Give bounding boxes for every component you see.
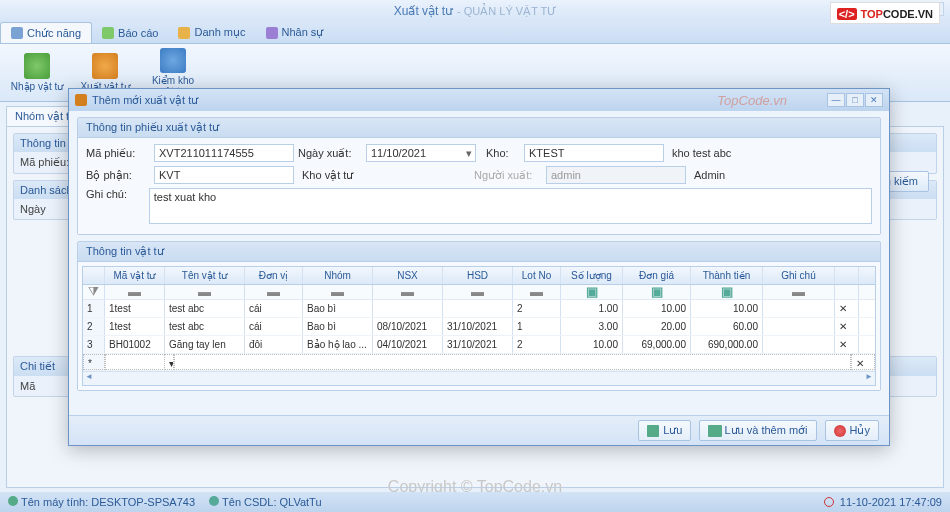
filter-icon[interactable]: ⧩ bbox=[83, 285, 105, 299]
dialog-title-text: Thêm mới xuất vật tư bbox=[92, 94, 198, 107]
status-machine: DESKTOP-SPSA743 bbox=[91, 496, 195, 508]
dialog-footer: Lưu Lưu và thêm mới Hủy bbox=[69, 415, 889, 445]
dialog-icon bbox=[75, 94, 87, 106]
grid-new-row[interactable]: * ▾ ✕ bbox=[83, 354, 875, 371]
col-thanhtien[interactable]: Thành tiền bbox=[691, 267, 763, 284]
topcode-logo: </> TOPCODE.VN bbox=[830, 2, 940, 24]
col-mavattu[interactable]: Mã vật tư bbox=[105, 267, 165, 284]
watermark-topcode: TopCode.vn bbox=[717, 93, 787, 108]
catalog-icon bbox=[178, 27, 190, 39]
col-nsx[interactable]: NSX bbox=[373, 267, 443, 284]
col-nhom[interactable]: Nhóm bbox=[303, 267, 373, 284]
export-icon bbox=[92, 53, 118, 79]
import-icon bbox=[24, 53, 50, 79]
grid-hscrollbar[interactable] bbox=[83, 371, 875, 385]
input-ghichu[interactable]: test xuat kho bbox=[149, 188, 872, 224]
group-phieu-header: Thông tin phiếu xuất vật tư bbox=[78, 118, 880, 138]
table-row[interactable]: 11testtest abccáiBao bì21.0010.0010.00✕ bbox=[83, 300, 875, 318]
lbl-maphieu: Mã phiếu: bbox=[86, 147, 150, 160]
cancel-button[interactable]: Hủy bbox=[825, 420, 879, 441]
delete-row-icon[interactable]: ✕ bbox=[835, 300, 859, 317]
delete-row-icon[interactable]: ✕ bbox=[851, 354, 875, 370]
save-icon bbox=[647, 425, 659, 437]
group-phieu: Thông tin phiếu xuất vật tư Mã phiếu: Ng… bbox=[77, 117, 881, 235]
lbl-ghichu: Ghi chú: bbox=[86, 188, 145, 200]
status-machine-lbl: Tên máy tính: bbox=[21, 496, 88, 508]
input-ngayxuat[interactable] bbox=[366, 144, 476, 162]
delete-row-icon[interactable]: ✕ bbox=[835, 336, 859, 353]
window-titlebar: Xuất vật tư - QUẢN LÝ VẬT TƯ — □ ✕ bbox=[0, 0, 950, 22]
status-db-lbl: Tên CSDL: bbox=[222, 496, 276, 508]
lbl-bophan: Bộ phận: bbox=[86, 169, 150, 182]
ribbon-btn-nhapvattu[interactable]: Nhập vật tư bbox=[8, 48, 66, 97]
group-vattu-header: Thông tin vật tư bbox=[78, 242, 880, 262]
dialog-themmoi: Thêm mới xuất vật tư TopCode.vn — □ ✕ Th… bbox=[68, 88, 890, 446]
staff-icon bbox=[266, 27, 278, 39]
dialog-titlebar[interactable]: Thêm mới xuất vật tư TopCode.vn — □ ✕ bbox=[69, 89, 889, 111]
app-title: Xuất vật tư bbox=[394, 4, 453, 18]
status-db-icon bbox=[209, 496, 219, 506]
grid-header-row: Mã vật tư Tên vật tư Đơn vị Nhóm NSX HSD… bbox=[83, 267, 875, 285]
col-ghichu[interactable]: Ghi chú bbox=[763, 267, 835, 284]
tab-danhmuc[interactable]: Danh mục bbox=[168, 22, 255, 43]
col-hsd[interactable]: HSD bbox=[443, 267, 513, 284]
col-donvi[interactable]: Đơn vị bbox=[245, 267, 303, 284]
col-soluong[interactable]: Số lượng bbox=[561, 267, 623, 284]
cancel-icon bbox=[834, 425, 846, 437]
delete-row-icon[interactable]: ✕ bbox=[835, 318, 859, 335]
inventory-icon bbox=[160, 48, 186, 73]
grid-filter-row[interactable]: ⧩ ▬▬▬▬▬▬▬ ▣▣▣ ▬ bbox=[83, 285, 875, 300]
dlg-minimize-button[interactable]: — bbox=[827, 93, 845, 107]
dropdown-icon[interactable]: ▾ bbox=[466, 147, 472, 160]
col-lotno[interactable]: Lot No bbox=[513, 267, 561, 284]
input-nguoixuat bbox=[546, 166, 686, 184]
table-row[interactable]: 21testtest abccáiBao bì08/10/202131/10/2… bbox=[83, 318, 875, 336]
tab-nhansu[interactable]: Nhân sự bbox=[256, 22, 334, 43]
tab-chucnang[interactable]: Chức năng bbox=[0, 22, 92, 43]
txt-bophan-name: Kho vật tư bbox=[298, 168, 470, 183]
tab-baocao[interactable]: Báo cáo bbox=[92, 22, 168, 43]
lbl-kho: Kho: bbox=[486, 147, 520, 159]
lbl-nguoixuat: Người xuất: bbox=[474, 169, 542, 182]
save-button[interactable]: Lưu bbox=[638, 420, 691, 441]
status-datetime: 11-10-2021 17:47:09 bbox=[840, 496, 942, 508]
col-dongia[interactable]: Đơn giá bbox=[623, 267, 691, 284]
function-icon bbox=[11, 27, 23, 39]
ribbon-tabs: Chức năng Báo cáo Danh mục Nhân sự bbox=[0, 22, 950, 44]
txt-kho-name: kho test abc bbox=[668, 146, 735, 160]
report-icon bbox=[102, 27, 114, 39]
txt-nguoixuat-name: Admin bbox=[690, 168, 729, 182]
bg-col-ngay: Ngày bbox=[20, 203, 46, 215]
status-dot-icon bbox=[8, 496, 18, 506]
input-bophan[interactable] bbox=[154, 166, 294, 184]
table-row[interactable]: 3BH01002Găng tay lenđôiBảo hộ lao ...04/… bbox=[83, 336, 875, 354]
status-bar: Tên máy tính: DESKTOP-SPSA743 Tên CSDL: … bbox=[0, 492, 950, 512]
app-subtitle: - QUẢN LÝ VẬT TƯ bbox=[457, 5, 556, 18]
status-db: QLVatTu bbox=[280, 496, 322, 508]
lbl-ngayxuat: Ngày xuất: bbox=[298, 147, 362, 160]
save-new-icon bbox=[708, 425, 720, 437]
col-tenvattu[interactable]: Tên vật tư bbox=[165, 267, 245, 284]
grid-vattu[interactable]: Mã vật tư Tên vật tư Đơn vị Nhóm NSX HSD… bbox=[82, 266, 876, 386]
dlg-maximize-button[interactable]: □ bbox=[846, 93, 864, 107]
bg-col-ma: Mã bbox=[20, 380, 35, 392]
input-kho[interactable] bbox=[524, 144, 664, 162]
clock-icon bbox=[824, 497, 834, 507]
save-and-new-button[interactable]: Lưu và thêm mới bbox=[699, 420, 816, 441]
input-maphieu[interactable] bbox=[154, 144, 294, 162]
dlg-close-button[interactable]: ✕ bbox=[865, 93, 883, 107]
group-vattu: Thông tin vật tư Mã vật tư Tên vật tư Đơ… bbox=[77, 241, 881, 391]
